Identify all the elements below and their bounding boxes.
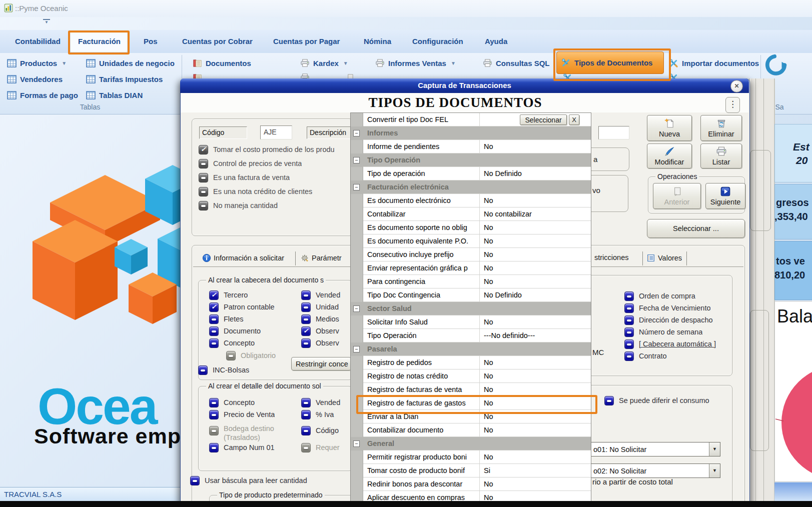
property-row[interactable]: Aplicar descuento en comprasNo: [351, 491, 591, 502]
property-row[interactable]: Tipo de operaciónNo Definido: [351, 167, 591, 180]
property-row[interactable]: Tomar costo de producto bonifSi: [351, 464, 591, 478]
checkbox-usar-bascula[interactable]: Usar báscula para leer cantidad: [190, 476, 307, 486]
checkbox-unidad[interactable]: Unidad: [301, 302, 350, 312]
checkbox-concepto[interactable]: Concepto: [209, 338, 255, 348]
property-row[interactable]: Es documento equivalente P.O.No: [351, 234, 591, 248]
ribbon-item-consultas-sql[interactable]: Consultas SQL: [483, 56, 550, 70]
checkbox-codigo-detalle[interactable]: Código: [301, 426, 350, 436]
property-section-row[interactable]: −Informes: [351, 126, 591, 140]
exit-icon[interactable]: [764, 53, 787, 76]
property-row[interactable]: Tipo Doc ContingenciaNo Definido: [351, 288, 591, 302]
property-row[interactable]: Registro de facturas de ventaNo: [351, 383, 591, 396]
checkbox-fecha-vencimiento[interactable]: Fecha de Vencimiento: [624, 304, 710, 313]
property-grid[interactable]: Convertir el tipo Doc FEL Seleccionar X …: [350, 112, 591, 502]
property-row[interactable]: Permitir registrar producto boniNo: [351, 450, 591, 464]
campo02-combobox[interactable]: o02: No Solicitar▼: [589, 464, 720, 478]
collapse-box-icon[interactable]: −: [351, 437, 363, 450]
grid-seleccionar-button[interactable]: Seleccionar: [520, 114, 567, 125]
tab-valores[interactable]: Valores: [646, 254, 685, 262]
property-section-row[interactable]: −Facturación electrónica: [351, 180, 591, 194]
ribbon-item-documentos[interactable]: Documentos: [193, 56, 251, 70]
quick-access-dropdown-icon[interactable]: ▼: [43, 19, 50, 26]
property-section-row[interactable]: −General: [351, 437, 591, 450]
ribbon-item-tarifas-impuestos[interactable]: Tarifas Impuestos: [86, 72, 163, 86]
checkbox-concepto-detalle[interactable]: Concepto: [209, 398, 255, 408]
ribbon-item-vendedores[interactable]: Vendedores: [7, 72, 63, 86]
collapse-box-icon[interactable]: −: [351, 126, 363, 140]
checkbox-vendedor-cab[interactable]: Vended: [301, 290, 350, 300]
restringir-conceptos-button[interactable]: Restringir conce: [291, 357, 351, 370]
tab-nomina[interactable]: Nómina: [364, 36, 391, 48]
property-row[interactable]: Redinir bonos para descontarNo: [351, 478, 591, 491]
nueva-button[interactable]: Nueva: [647, 115, 692, 141]
collapse-box-icon[interactable]: −: [351, 180, 363, 194]
property-row[interactable]: Tipo Operación---No definido---: [351, 329, 591, 342]
checkbox-no-maneja-cantidad[interactable]: No maneja cantidad: [199, 201, 278, 210]
codigo-input[interactable]: AJE: [260, 126, 292, 140]
checkbox-medios[interactable]: Medios: [301, 314, 350, 324]
tab-informacion-a-solicitar[interactable]: Información a solicitar: [202, 254, 298, 262]
checkbox-obligatorio[interactable]: Obligatorio: [226, 351, 276, 360]
property-row[interactable]: Consecutivo incluye prefijoNo: [351, 248, 591, 262]
collapse-box-icon[interactable]: −: [351, 302, 363, 316]
anterior-button[interactable]: Anterior: [653, 183, 701, 209]
tab-contabilidad[interactable]: Contabilidad: [15, 36, 61, 48]
property-row[interactable]: ContabilizarNo contabilizar: [351, 208, 591, 221]
property-row[interactable]: Informe de pendientesNo: [351, 140, 591, 154]
checkbox-es-factura-venta[interactable]: Es una factura de venta: [199, 173, 290, 182]
seleccionar-button[interactable]: Seleccionar ...: [647, 219, 745, 238]
campo01-combobox[interactable]: o01: No Solicitar▼: [589, 442, 720, 456]
checkbox-patron-contable[interactable]: Patron contable: [209, 302, 275, 312]
property-row[interactable]: Es documento soporte no obligNo: [351, 221, 591, 234]
tab-cuentas-por-cobrar[interactable]: Cuentas por Cobrar: [182, 36, 253, 48]
property-row[interactable]: Registro de pedidosNo: [351, 356, 591, 370]
checkbox-documento[interactable]: Documento: [209, 326, 261, 336]
checkbox-observaciones-2[interactable]: Observ: [301, 338, 350, 348]
tab-facturacion[interactable]: Facturación: [78, 36, 121, 48]
property-row[interactable]: Enviar a la DianNo: [351, 410, 591, 424]
checkbox-nota-credito[interactable]: Es una nota crédito de clientes: [199, 187, 312, 196]
tab-configuracion[interactable]: Configuración: [412, 36, 463, 48]
grid-clear-button[interactable]: X: [569, 114, 579, 125]
checkbox-porcentaje-iva[interactable]: % Iva: [301, 410, 350, 420]
siguiente-button[interactable]: Siguiente: [705, 183, 745, 209]
property-row[interactable]: Registro de notas créditoNo: [351, 370, 591, 383]
property-section-row[interactable]: −Sector Salud: [351, 302, 591, 316]
ribbon-item-informes-ventas[interactable]: Informes Ventas▼: [375, 56, 456, 70]
ribbon-item-importar-documentos[interactable]: Importar documentos: [669, 56, 759, 70]
checkbox-tomar-costo-promedio[interactable]: Tomar el costo promedio de los produ: [199, 145, 351, 154]
ribbon-item-formas-de-pago[interactable]: Formas de pago: [7, 88, 78, 102]
property-row[interactable]: Para contingenciaNo: [351, 275, 591, 288]
checkbox-inc-bolsas[interactable]: INC-Bolsas: [198, 366, 249, 375]
covered-input-fragment[interactable]: [598, 126, 629, 140]
checkbox-control-precios[interactable]: Control de precios de venta: [199, 159, 302, 168]
property-row[interactable]: Es documento electrónicoNo: [351, 194, 591, 208]
ribbon-item-productos[interactable]: Productos▼: [7, 56, 67, 70]
eliminar-button[interactable]: Eliminar: [700, 115, 742, 141]
property-row[interactable]: Enviar representación gráfica pNo: [351, 262, 591, 275]
checkbox-campo-num-01[interactable]: Campo Num 01: [209, 443, 275, 452]
checkbox-precio-venta[interactable]: Precio de Venta: [209, 410, 275, 420]
property-row-convertir[interactable]: Convertir el tipo Doc FEL Seleccionar X: [351, 113, 591, 126]
checkbox-requerido[interactable]: Requer: [301, 443, 350, 452]
ribbon-item-unidades-de-negocio[interactable]: Unidades de negocio: [86, 56, 175, 70]
dialog-close-icon[interactable]: ✕: [730, 80, 743, 92]
tab-pos[interactable]: Pos: [144, 36, 158, 48]
property-row[interactable]: Solicitar Info SaludNo: [351, 316, 591, 329]
checkbox-diferir-consumo[interactable]: Se puede diferir el consumo: [604, 396, 709, 406]
checkbox-fletes[interactable]: Fletes: [209, 314, 244, 324]
collapse-box-icon[interactable]: −: [351, 342, 363, 356]
property-row[interactable]: Contabilizar documentoNo: [351, 424, 591, 437]
checkbox-bodega-destino[interactable]: Bodega destino (Traslados): [209, 424, 286, 442]
tab-ayuda[interactable]: Ayuda: [485, 36, 507, 48]
checkbox-vendedor-detalle[interactable]: Vended: [301, 398, 350, 408]
listar-button[interactable]: Listar: [700, 144, 742, 168]
property-section-row[interactable]: −Pasarela: [351, 342, 591, 356]
ribbon-item-tipos-de-documentos[interactable]: Tipos de Documentos: [556, 52, 664, 74]
property-section-row[interactable]: −Tipo Operación: [351, 154, 591, 167]
checkbox-contrato[interactable]: Contrato: [624, 352, 667, 361]
checkbox-cabecera-automatica[interactable]: [ Cabecera automática ]: [624, 340, 716, 349]
more-options-button[interactable]: ⋮: [725, 97, 740, 113]
checkbox-numero-semana[interactable]: Número de semana: [624, 328, 702, 337]
property-row[interactable]: Registro de facturas de gastosNo: [351, 396, 591, 410]
